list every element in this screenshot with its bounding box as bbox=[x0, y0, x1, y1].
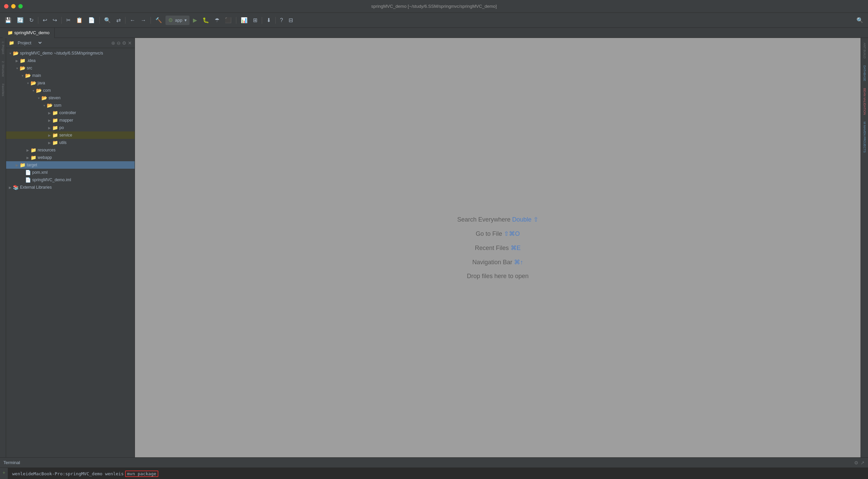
sidebar-ant-build[interactable]: Ant Build bbox=[862, 40, 867, 61]
tree-item-mapper[interactable]: ▶ 📁 mapper bbox=[6, 117, 135, 124]
tree-item-utils[interactable]: ▶ 📁 utils bbox=[6, 139, 135, 146]
sidebar-tab-structure[interactable]: 2: Structure bbox=[1, 61, 5, 77]
sidebar-tab-project[interactable]: 1: Project bbox=[1, 41, 5, 54]
tree-item-springmvc-demo[interactable]: ▾ 📂 springMVC_demo ~/study/6.SSM/springm… bbox=[6, 49, 135, 57]
tree-item-webapp[interactable]: ▶ 📁 webapp bbox=[6, 154, 135, 161]
forward-button[interactable]: → bbox=[139, 16, 148, 25]
arrow-icon: ▾ bbox=[41, 104, 47, 107]
terminal-panel: Terminal ⚙ ↗ + ✕ 🌐 wenleideMacBook-Pro:s… bbox=[0, 457, 868, 479]
terminal-add-icon[interactable]: + bbox=[2, 470, 5, 475]
tree-label: service bbox=[59, 133, 72, 138]
right-sidebar: Ant Build Database Bean Validation m Mav… bbox=[861, 38, 868, 457]
tree-label: java bbox=[38, 81, 45, 85]
tree-item-target[interactable]: ▶ 📁 target bbox=[6, 161, 135, 169]
paste-button[interactable]: 📄 bbox=[86, 16, 97, 25]
layout-button[interactable]: ⊟ bbox=[287, 16, 295, 25]
stop-button[interactable]: ⬛ bbox=[223, 16, 234, 25]
folder-icon: 📁 bbox=[31, 155, 36, 160]
tree-item-resources[interactable]: ▶ 📁 resources bbox=[6, 146, 135, 154]
tree-item-ssm[interactable]: ▾ 📂 ssm bbox=[6, 102, 135, 109]
folder-open-icon: 📂 bbox=[36, 88, 42, 93]
tree-item-iml[interactable]: ▶ 📄 springMVC_demo.iml bbox=[6, 176, 135, 184]
sidebar-database[interactable]: Database bbox=[862, 63, 867, 84]
tree-label: webapp bbox=[38, 155, 52, 160]
coverage-button[interactable]: ☂ bbox=[213, 16, 221, 25]
terminal-command[interactable]: mvn package bbox=[125, 471, 158, 477]
build-button[interactable]: 🔨 bbox=[153, 16, 164, 25]
sidebar-tab-favorites[interactable]: Favorites bbox=[1, 84, 5, 96]
settings-icon[interactable]: ⚙ bbox=[122, 40, 126, 46]
tree-item-java[interactable]: ▾ 📂 java bbox=[6, 79, 135, 87]
tree-item-po[interactable]: ▶ 📁 po bbox=[6, 124, 135, 131]
close-button[interactable] bbox=[4, 4, 8, 8]
project-tab[interactable]: 📁 springMVC_demo bbox=[3, 28, 55, 38]
tree-label: po bbox=[59, 125, 64, 130]
sync2-button[interactable]: ↻ bbox=[27, 16, 36, 25]
tree-item-controller[interactable]: ▶ 📁 controller bbox=[6, 109, 135, 117]
tree-item-pom[interactable]: ▶ 📄 pom.xml bbox=[6, 169, 135, 176]
tree-item-service[interactable]: ▶ 📁 service bbox=[6, 131, 135, 139]
terminal-content[interactable]: wenleideMacBook-Pro:springMVC_demo wenle… bbox=[8, 468, 868, 479]
arrow-icon: ▶ bbox=[47, 119, 52, 122]
project-view-selector[interactable]: Project Packages Modules bbox=[16, 40, 43, 46]
run-config-dropdown-icon: ▾ bbox=[184, 18, 187, 23]
folder-icon: 📁 bbox=[20, 58, 25, 63]
minimize-button[interactable] bbox=[11, 4, 16, 8]
save-button[interactable]: 💾 bbox=[3, 16, 14, 25]
undo-button[interactable]: ↩ bbox=[41, 16, 49, 25]
collapse-all-icon[interactable]: ⊖ bbox=[117, 40, 121, 46]
tree-label: src bbox=[27, 66, 32, 70]
project-panel: 📁 Project Packages Modules ⊕ ⊖ ⚙ ✕ ▾ 📂 s… bbox=[6, 38, 135, 457]
copy-button[interactable]: 📋 bbox=[74, 16, 85, 25]
tree-label: main bbox=[32, 73, 41, 78]
help-button[interactable]: ? bbox=[278, 16, 285, 25]
sidebar-bean-validation[interactable]: Bean Validation bbox=[862, 85, 867, 118]
folder-icon: 📁 bbox=[52, 140, 58, 145]
tree-label: target bbox=[27, 163, 37, 167]
redo-button[interactable]: ↪ bbox=[51, 16, 59, 25]
prompt-text: wenleideMacBook-Pro:springMVC_demo wenle… bbox=[12, 471, 124, 476]
run-config[interactable]: ⚙ app ▾ bbox=[165, 16, 190, 25]
maximize-button[interactable] bbox=[18, 4, 23, 8]
close-panel-icon[interactable]: ✕ bbox=[128, 40, 132, 46]
back-button[interactable]: ← bbox=[128, 16, 137, 25]
separator-2 bbox=[61, 17, 62, 24]
separator-6 bbox=[236, 17, 236, 24]
tree-label: utils bbox=[59, 140, 66, 145]
tree-item-external-libraries[interactable]: ▶ 📚 External Libraries bbox=[6, 184, 135, 191]
tree-item-steven[interactable]: ▾ 📂 steven bbox=[6, 94, 135, 102]
run-config-label: app bbox=[175, 18, 182, 23]
arrow-icon: ▾ bbox=[25, 81, 31, 85]
profile-button[interactable]: 📊 bbox=[239, 16, 250, 25]
expand-all-icon[interactable]: ⊕ bbox=[111, 40, 115, 46]
terminal-expand-icon[interactable]: ↗ bbox=[861, 460, 865, 465]
debug-button[interactable]: 🐛 bbox=[200, 16, 211, 25]
search-everywhere-button[interactable]: 🔍 bbox=[854, 16, 865, 25]
arrow-icon: ▾ bbox=[14, 66, 20, 70]
arrow-icon: ▶ bbox=[14, 163, 20, 167]
folder-icon: 📁 bbox=[52, 132, 58, 138]
replace-button[interactable]: ⇄ bbox=[114, 16, 123, 25]
hint-shortcut-goto: ⇧⌘O bbox=[504, 230, 520, 237]
tree-label: springMVC_demo ~/study/6.SSM/springmvc/s bbox=[20, 51, 103, 56]
arrow-icon: ▶ bbox=[14, 59, 20, 63]
tree-label: ssm bbox=[54, 103, 61, 108]
sidebar-maven-projects[interactable]: m Maven Projects bbox=[862, 119, 867, 155]
project-tab-label: springMVC_demo bbox=[14, 30, 50, 35]
sync-button[interactable]: 🔄 bbox=[15, 16, 26, 25]
tree-item-main[interactable]: ▾ 📂 main bbox=[6, 72, 135, 79]
tree-item-com[interactable]: ▾ 📂 com bbox=[6, 87, 135, 94]
download-button[interactable]: ⬇ bbox=[264, 16, 273, 25]
terminal-settings-icon[interactable]: ⚙ bbox=[854, 460, 859, 465]
tree-item-src[interactable]: ▾ 📂 src bbox=[6, 64, 135, 72]
find-button[interactable]: 🔍 bbox=[102, 16, 113, 25]
left-sidebar-icons: 1: Project 2: Structure Favorites bbox=[0, 38, 6, 457]
arrow-icon: ▶ bbox=[7, 186, 13, 189]
tree-item-idea[interactable]: ▶ 📁 .idea bbox=[6, 57, 135, 64]
run-config-icon: ⚙ bbox=[168, 17, 173, 23]
run-button[interactable]: ▶ bbox=[191, 16, 199, 25]
hint-search-everywhere: Search Everywhere Double ⇧ bbox=[457, 216, 538, 223]
tree-label: External Libraries bbox=[20, 185, 52, 190]
cut-button[interactable]: ✂ bbox=[64, 16, 73, 25]
cmake-button[interactable]: ⊞ bbox=[251, 16, 259, 25]
